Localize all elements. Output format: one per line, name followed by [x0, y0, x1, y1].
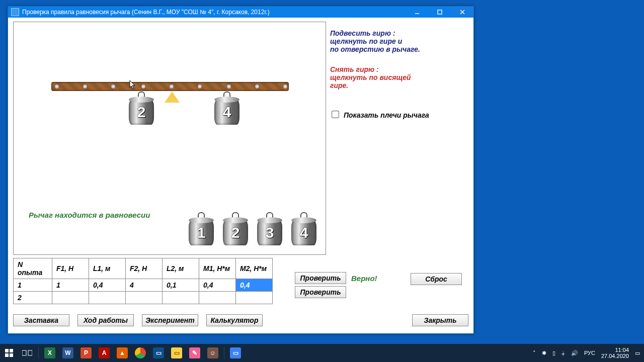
files-icon[interactable]: ▭	[149, 344, 168, 362]
check-button-row1[interactable]: Проверить	[295, 272, 346, 284]
table-header: M1, Н*м	[199, 258, 236, 279]
experiment-button[interactable]: Эксперимент	[142, 314, 198, 326]
title-bar[interactable]: Проверка правила равновесия рычага (Сени…	[8, 7, 473, 18]
lever-hole[interactable]	[83, 84, 87, 88]
table-header: L1, м	[89, 258, 126, 279]
svg-rect-5	[10, 349, 13, 352]
palette-weight-3[interactable]: 3	[257, 212, 282, 245]
procedure-button[interactable]: Ход работы	[77, 314, 134, 326]
close-app-button[interactable]: Закрыть	[412, 314, 468, 326]
show-arms-checkbox[interactable]: Показать плечи рычага	[330, 110, 461, 119]
photo-icon[interactable]: ☺	[204, 344, 222, 362]
svg-rect-6	[5, 353, 9, 357]
results-table[interactable]: N опытаF1, НL1, мF2, НL2, мM1, Н*мM2, Н*…	[13, 258, 273, 304]
lever-bar[interactable]	[51, 82, 289, 91]
equilibrium-status: Рычаг находится в равновесии	[29, 211, 150, 219]
clock[interactable]: 11:04 27.04.2020	[601, 347, 629, 359]
table-header: N опыта	[14, 258, 52, 279]
acrobat-icon[interactable]: A	[95, 344, 113, 362]
lever-hole[interactable]	[227, 84, 231, 88]
notifications-icon[interactable]: ▭	[635, 350, 640, 356]
task-view-icon[interactable]	[18, 344, 36, 362]
palette-weight-1[interactable]: 1	[189, 212, 214, 245]
paint-icon[interactable]: ✎	[186, 344, 204, 362]
palette-weight-4[interactable]: 4	[291, 212, 316, 245]
lever-hole[interactable]	[55, 84, 59, 88]
battery-icon[interactable]: ▯	[552, 350, 555, 356]
tray-chevron-icon[interactable]: ˄	[533, 350, 536, 356]
maximize-button[interactable]	[428, 7, 451, 18]
close-button[interactable]	[451, 7, 473, 18]
calculator-button[interactable]: Калькулятор	[206, 314, 263, 326]
teams-icon[interactable]: ▭	[226, 344, 245, 362]
verdict-text: Верно!	[351, 274, 377, 283]
lever-hole[interactable]	[111, 84, 115, 88]
table-row[interactable]: 110,440,10,40,4	[14, 279, 273, 292]
palette-weight-2[interactable]: 2	[223, 212, 248, 245]
hang-instruction: Подвесить гирю : щелкнуть по гире и по о…	[330, 29, 461, 53]
wifi-icon[interactable]: ⏚	[561, 350, 565, 356]
word-icon[interactable]: W	[59, 344, 77, 362]
svg-rect-4	[5, 349, 9, 352]
remove-instruction: Снять гирю : щелкнуть по висящей гире.	[330, 65, 461, 89]
lever-hole[interactable]	[198, 84, 202, 88]
app-window: Проверка правила равновесия рычага (Сени…	[8, 6, 474, 334]
taskbar[interactable]: X W P A ▲ ▭ ▭ ✎ ☺ ▭ ˄ ✱ ▯ ⏚ 🔊 РУС 11:04 …	[0, 344, 644, 362]
app-icon	[11, 8, 19, 16]
table-header: L2, м	[163, 258, 199, 279]
start-button[interactable]	[0, 344, 18, 362]
vlc-icon[interactable]: ▲	[113, 344, 131, 362]
volume-icon[interactable]: 🔊	[571, 350, 578, 356]
lever-hole[interactable]	[170, 84, 174, 88]
lever-hole[interactable]	[255, 84, 259, 88]
table-header: M2, Н*м	[236, 258, 273, 279]
splash-button[interactable]: Заставка	[13, 314, 69, 326]
svg-rect-1	[438, 10, 442, 14]
svg-rect-9	[28, 350, 32, 355]
reset-button[interactable]: Сброс	[411, 273, 462, 285]
language-indicator[interactable]: РУС	[584, 350, 595, 356]
svg-rect-8	[22, 350, 26, 355]
bluetooth-icon[interactable]: ✱	[542, 350, 546, 356]
hanging-weight-2[interactable]: 2	[129, 92, 154, 125]
explorer-icon[interactable]: ▭	[168, 344, 186, 362]
table-header: F1, Н	[52, 258, 89, 279]
table-row[interactable]: 2	[14, 292, 273, 304]
table-header: F2, Н	[126, 258, 163, 279]
simulation-canvas[interactable]: 24 Рычаг находится в равновесии 1234	[13, 22, 326, 255]
window-title: Проверка правила равновесия рычага (Сени…	[22, 9, 406, 16]
lever-hole[interactable]	[283, 84, 287, 88]
show-arms-input[interactable]	[332, 111, 339, 118]
lever-hole[interactable]	[141, 84, 145, 88]
svg-rect-7	[10, 353, 13, 357]
hanging-weight-4[interactable]: 4	[214, 92, 239, 125]
powerpoint-icon[interactable]: P	[77, 344, 95, 362]
excel-icon[interactable]: X	[41, 344, 59, 362]
minimize-button[interactable]	[406, 7, 428, 18]
check-button-row2[interactable]: Проверить	[295, 286, 346, 298]
chrome-icon[interactable]	[131, 344, 149, 362]
fulcrum-icon	[165, 92, 180, 103]
